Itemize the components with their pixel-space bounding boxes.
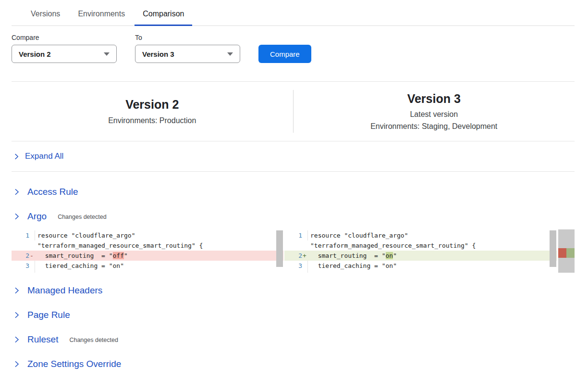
- section-label: Zone Settings Override: [27, 359, 121, 369]
- vertical-scrollbar[interactable]: [550, 230, 556, 267]
- code-line-clipped: }: [12, 271, 283, 273]
- code-line-removed: 2- smart_routing = "off": [12, 251, 283, 261]
- tab-environments[interactable]: Environments: [70, 7, 133, 26]
- line-number: 3: [298, 261, 302, 271]
- compare-button[interactable]: Compare: [258, 45, 311, 63]
- caret-down-icon: [227, 52, 233, 56]
- line-number: 3: [25, 261, 29, 271]
- compare-to-value: Version 3: [142, 50, 174, 58]
- code-text: }: [35, 271, 41, 273]
- code-line: 1 resource "cloudflare_argo": [284, 230, 557, 240]
- code-text: "terraform_managed_resource_smart_routin…: [35, 240, 203, 251]
- to-field: To Version 3: [135, 34, 240, 63]
- code-text: }: [308, 271, 314, 273]
- right-version-title: Version 3: [407, 91, 461, 107]
- line-number: 2: [298, 251, 302, 261]
- section-page-rule[interactable]: Page Rule: [12, 305, 575, 325]
- compare-label: Compare: [12, 34, 117, 41]
- tab-bar: Versions Environments Comparison: [12, 0, 575, 26]
- diff-panel-left[interactable]: 1 resource "cloudflare_argo" "terraform_…: [12, 229, 283, 273]
- expand-all-label: Expand All: [25, 152, 63, 161]
- line-number: 1: [298, 230, 302, 240]
- code-line-clipped: }: [284, 271, 557, 273]
- chevron-right-icon: [13, 361, 20, 367]
- chevron-right-icon: [13, 153, 20, 160]
- right-version-environments: Environments: Staging, Development: [370, 121, 497, 132]
- chevron-right-icon: [13, 312, 20, 318]
- to-label: To: [135, 34, 240, 41]
- code-text: resource "cloudflare_argo": [308, 230, 408, 240]
- left-version-title: Version 2: [125, 97, 179, 113]
- diff-minus-sign: -: [29, 251, 35, 261]
- tab-comparison[interactable]: Comparison: [135, 7, 192, 26]
- code-line-added: 2+ smart_routing = "on": [284, 251, 557, 261]
- section-managed-headers[interactable]: Managed Headers: [12, 280, 575, 301]
- caret-down-icon: [104, 52, 110, 56]
- line-number: 2: [25, 251, 29, 261]
- ruler-added-mark: [566, 248, 575, 258]
- code-line-wrap: "terraform_managed_resource_smart_routin…: [12, 240, 283, 251]
- compare-to-select[interactable]: Version 3: [135, 45, 240, 63]
- comparison-page: Versions Environments Comparison Compare…: [0, 0, 588, 374]
- diff-plus-sign: +: [302, 251, 307, 261]
- chevron-right-icon: [13, 336, 20, 343]
- section-label: Page Rule: [27, 310, 70, 320]
- diff-editor: 1 resource "cloudflare_argo" "terraform_…: [12, 229, 575, 273]
- section-access-rule[interactable]: Access Rule: [12, 182, 575, 202]
- code-text: tiered_caching = "on": [308, 261, 397, 271]
- compare-from-value: Version 2: [19, 50, 51, 58]
- added-text: on: [386, 252, 393, 259]
- section-ruleset[interactable]: Ruleset Changes detected: [12, 329, 575, 350]
- compare-form: Compare Version 2 To Version 3 Compare: [12, 34, 575, 63]
- section-argo[interactable]: Argo Changes detected: [12, 206, 575, 227]
- version-headers: Version 2 Environments: Production Versi…: [12, 81, 575, 141]
- expand-all-button[interactable]: Expand All: [12, 141, 575, 172]
- code-text: resource "cloudflare_argo": [35, 230, 135, 240]
- section-label: Access Rule: [27, 187, 78, 197]
- left-version-environments: Environments: Production: [108, 115, 196, 126]
- section-zone-settings-override[interactable]: Zone Settings Override: [12, 354, 575, 374]
- version-header-left: Version 2 Environments: Production: [12, 82, 293, 141]
- version-header-right: Version 3 Latest version Environments: S…: [294, 82, 575, 141]
- changes-detected-badge: Changes detected: [69, 337, 118, 343]
- diff-overview-ruler: [558, 229, 575, 273]
- ruler-removed-mark: [558, 248, 566, 258]
- code-line: 1 resource "cloudflare_argo": [12, 230, 283, 240]
- removed-text: off: [113, 252, 124, 259]
- vertical-scrollbar[interactable]: [276, 230, 283, 267]
- code-line: 3 tiered_caching = "on": [12, 261, 283, 271]
- section-label: Managed Headers: [27, 285, 102, 296]
- code-line-wrap: "terraform_managed_resource_smart_routin…: [284, 240, 557, 251]
- right-version-subtitle: Latest version: [410, 109, 458, 120]
- compare-field: Compare Version 2: [12, 34, 117, 63]
- chevron-right-icon: [13, 287, 20, 294]
- changes-detected-badge: Changes detected: [58, 214, 106, 220]
- chevron-right-icon: [13, 189, 20, 195]
- compare-from-select[interactable]: Version 2: [12, 45, 117, 63]
- section-label: Argo: [27, 211, 47, 222]
- line-number: 1: [25, 230, 29, 240]
- code-text: "terraform_managed_resource_smart_routin…: [308, 240, 476, 251]
- diff-panel-right[interactable]: 1 resource "cloudflare_argo" "terraform_…: [284, 229, 557, 273]
- section-list: Access Rule Argo Changes detected 1 reso…: [12, 182, 575, 374]
- chevron-right-icon: [13, 213, 20, 220]
- code-line: 3 tiered_caching = "on": [284, 261, 557, 271]
- code-text: smart_routing = "off": [35, 251, 128, 261]
- tab-versions[interactable]: Versions: [23, 7, 68, 26]
- code-text: tiered_caching = "on": [35, 261, 124, 271]
- code-text: smart_routing = "on": [308, 251, 397, 261]
- section-label: Ruleset: [27, 334, 58, 345]
